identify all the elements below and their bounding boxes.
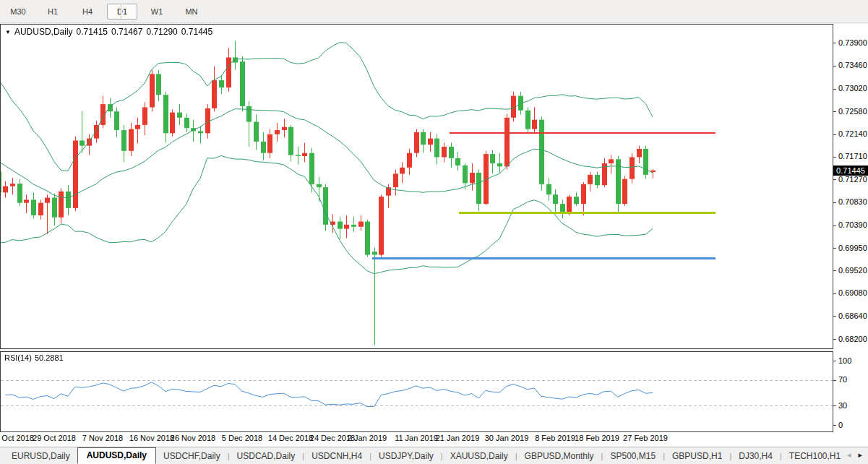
date-axis-label: 26 Nov 2018: [171, 434, 215, 442]
rsi-axis-tick-mark: [833, 380, 836, 381]
tab-scroll-left-icon[interactable]: ◂: [847, 450, 851, 460]
price-axis-tick-label: 0.69520: [838, 266, 867, 275]
price-axis-tick-label: 0.72140: [838, 129, 867, 138]
chart-tab-xauusd-daily[interactable]: XAUUSD,Daily: [443, 449, 515, 463]
rsi-name: RSI(14): [4, 353, 32, 362]
price-axis-tick-label: 0.68640: [838, 312, 867, 320]
timeframe-button-h1[interactable]: H1: [38, 4, 68, 20]
chart-tabs: EURUSD,DailyAUDUSD,DailyUSDCHF,Daily|USD…: [4, 447, 848, 464]
price-axis-tick-mark: [833, 316, 836, 317]
mt4-window: M30H1H4D1W1MN ▼AUDUSD,Daily0.714150.7146…: [0, 0, 868, 464]
timeframe-button-m30[interactable]: M30: [3, 4, 33, 20]
price-axis-tick-mark: [833, 111, 836, 112]
chart-tab-tech100-h1[interactable]: TECH100,H1: [782, 449, 848, 463]
chart-tab-dj30-h4[interactable]: DJ30,H4: [731, 449, 780, 463]
price-axis-tick-mark: [833, 66, 836, 66]
timeframe-button-d1[interactable]: D1: [107, 4, 137, 20]
date-axis-label: 30 Jan 2019: [485, 434, 529, 442]
rsi-axis-tick-mark: [833, 361, 836, 361]
date-axis-label: 18 Feb 2019: [575, 434, 619, 442]
tab-scroll-arrows: ◂ ▸: [847, 450, 862, 460]
chart-symbol-label: AUDUSD,Daily: [14, 27, 73, 37]
rsi-axis-tick-mark: [833, 425, 836, 426]
date-axis-label: 21 Jan 2019: [436, 434, 480, 442]
ohlc-close-value: 0.71445: [181, 27, 212, 37]
price-axis-tick-mark: [833, 134, 836, 135]
chart-tab-audusd-daily[interactable]: AUDUSD,Daily: [77, 447, 156, 464]
price-axis-tick-label: 0.71710: [838, 152, 867, 160]
timeframe-buttons: M30H1H4D1W1MN: [3, 2, 211, 20]
price-axis-tick-mark: [833, 202, 836, 203]
price-axis-tick-label: 0.73900: [838, 38, 867, 47]
date-axis-label: 7 Nov 2018: [82, 434, 123, 442]
rsi-value: 50.2881: [35, 353, 64, 362]
chart-tab-gbpusd-monthly[interactable]: GBPUSD,Monthly: [517, 449, 601, 463]
price-axis-tick-mark: [833, 179, 836, 180]
price-axis-tick-mark: [833, 225, 836, 226]
ohlc-low-value: 0.71290: [146, 27, 177, 37]
price-axis-tick-label: 0.73460: [838, 61, 867, 69]
current-price-tag: 0.71445: [833, 166, 868, 176]
rsi-axis-tick-label: 100: [838, 356, 851, 365]
rsi-axis-tick-label: 0: [838, 421, 843, 429]
date-axis-label: 16 Nov 2018: [129, 434, 174, 442]
timeframe-button-w1[interactable]: W1: [142, 4, 172, 20]
price-axis-tick-mark: [833, 339, 836, 340]
price-axis-tick-mark: [833, 43, 836, 43]
price-axis-tick-mark: [833, 89, 836, 90]
date-axis-label: 14 Dec 2018: [268, 434, 313, 442]
current-price-value: 0.71445: [836, 166, 865, 175]
price-axis-tick-mark: [833, 157, 836, 158]
chart-tab-eurusd-daily[interactable]: EURUSD,Daily: [4, 449, 77, 463]
price-axis-tick-mark: [833, 270, 836, 271]
tab-scroll-right-icon[interactable]: ▸: [858, 450, 862, 460]
date-axis-label: 11 Jan 2019: [395, 434, 438, 442]
rsi-chart-canvas[interactable]: [0, 351, 833, 432]
ohlc-high-value: 0.71467: [111, 27, 142, 37]
timeframe-button-mn[interactable]: MN: [176, 4, 207, 20]
date-axis-label: 27 Feb 2019: [623, 434, 668, 442]
price-axis-tick-label: 0.69950: [838, 244, 867, 252]
chart-tab-usdjpy-daily[interactable]: USDJPY,Daily: [371, 449, 441, 463]
toolbar-separator: [121, 3, 122, 19]
symbol-dropdown-icon[interactable]: ▼: [5, 29, 11, 35]
date-axis-label: 29 Oct 2018: [33, 434, 76, 442]
price-axis-tick-label: 0.69080: [838, 288, 867, 297]
date-axis-label: 5 Dec 2018: [222, 434, 262, 442]
date-axis-label: 19 Oct 2018: [0, 434, 34, 442]
date-axis-label: 2 Jan 2019: [348, 434, 387, 442]
rsi-indicator-label: RSI(14)50.2881: [4, 353, 66, 362]
chart-tabbar: EURUSD,DailyAUDUSD,DailyUSDCHF,Daily|USD…: [0, 447, 868, 464]
price-axis-tick-mark: [833, 293, 836, 294]
price-axis-tick-label: 0.71270: [838, 175, 867, 184]
price-axis-tick-label: 0.68200: [838, 335, 867, 343]
timeframe-button-h4[interactable]: H4: [72, 4, 103, 20]
ohlc-open-value: 0.71415: [77, 27, 108, 37]
price-chart-canvas[interactable]: [0, 24, 833, 349]
chart-tab-usdcad-daily[interactable]: USDCAD,Daily: [230, 449, 303, 463]
chart-window: ▼AUDUSD,Daily0.714150.714670.712900.7144…: [0, 24, 868, 447]
chart-tab-usdcnh-h4[interactable]: USDCNH,H4: [304, 449, 369, 463]
rsi-axis-tick-mark: [833, 405, 836, 406]
chart-title: ▼AUDUSD,Daily0.714150.714670.712900.7144…: [5, 27, 212, 37]
price-axis-tick-mark: [833, 248, 836, 249]
price-axis-tick-label: 0.72580: [838, 107, 867, 116]
timeframe-toolbar: M30H1H4D1W1MN: [0, 0, 868, 23]
chart-tab-gbpusd-h1[interactable]: GBPUSD,H1: [665, 449, 729, 463]
rsi-axis-tick-label: 70: [838, 375, 847, 384]
price-axis-tick-label: 0.73020: [838, 84, 867, 93]
chart-tab-usdchf-daily[interactable]: USDCHF,Daily: [156, 449, 228, 463]
price-axis-tick-label: 0.70830: [838, 197, 867, 206]
chart-tab-sp500-m15[interactable]: SP500,M15: [603, 449, 663, 463]
date-axis-label: 8 Feb 2019: [535, 434, 575, 442]
rsi-axis-tick-label: 30: [838, 401, 847, 410]
price-axis-tick-label: 0.70390: [838, 220, 867, 229]
